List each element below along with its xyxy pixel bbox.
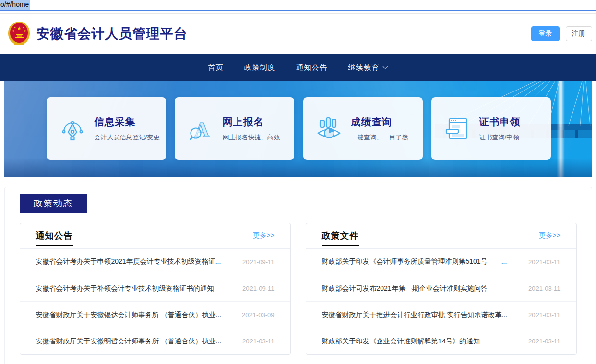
nav-item-label: 政策制度 (244, 54, 276, 81)
news-date: 2021-03-11 (528, 338, 561, 345)
register-button[interactable]: 注册 (566, 26, 592, 41)
list-item[interactable]: 安徽省会计考办关于补领会计专业技术初级资格证书的通知 2021-09-11 (20, 275, 290, 301)
nav-item-label: 通知公告 (296, 54, 328, 81)
page-title: 安徽省会计人员管理平台 (37, 25, 188, 43)
news-date: 2021-03-11 (528, 311, 561, 318)
news-date: 2021-09-11 (242, 258, 275, 266)
list-item[interactable]: 财政部关于印发《会计师事务所质量管理准则第5101号——... 2021-03-… (306, 249, 576, 275)
tab-policy-news[interactable]: 政策动态 (20, 194, 87, 213)
quick-card-certificate-claim[interactable]: 证书申领 证书查询/申领 (431, 97, 551, 160)
card-subtitle: 网上报名快捷、高效 (223, 133, 280, 142)
policy-section: 政策动态 通知公告 更多>> 安徽省会计考办关于申领2021年度会计专业技术初级… (4, 187, 592, 364)
notices-more-link[interactable]: 更多>> (253, 231, 274, 240)
svg-text:★: ★ (13, 26, 16, 29)
panel-title: 政策文件 (322, 230, 359, 246)
news-date: 2021-03-09 (242, 311, 275, 318)
news-title[interactable]: 安徽省会计考办关于补领会计专业技术初级资格证书的通知 (36, 284, 214, 293)
news-title[interactable]: 安徽省会计考办关于申领2021年度会计专业技术初级资格证... (36, 257, 221, 266)
site-header: ★ ★ ★ ★ ★ 安徽省会计人员管理平台 登录 注册 (0, 13, 596, 54)
nav-item-policy[interactable]: 政策制度 (234, 54, 286, 81)
login-button[interactable]: 登录 (531, 26, 560, 41)
url-selected-text[interactable]: o/#/home (0, 0, 30, 10)
main-nav: 首页 政策制度 通知公告 继续教育 (0, 54, 596, 81)
svg-text:★: ★ (17, 25, 22, 31)
list-item[interactable]: 安徽省财政厅关于推进会计行业行政审批 实行告知承诺改革... 2021-03-1… (306, 301, 576, 328)
svg-text:★: ★ (12, 29, 14, 32)
svg-text:★: ★ (22, 26, 24, 29)
nav-item-continuing-education[interactable]: 继续教育 (338, 54, 399, 81)
card-title: 信息采集 (95, 115, 160, 129)
card-subtitle: 一键查询、一目了然 (351, 133, 408, 142)
quick-card-online-registration[interactable]: A 网上报名 网上报名快捷、高效 (175, 97, 294, 160)
list-item[interactable]: 财政部关于印发《企业会计准则解释第14号》的通知 2021-03-11 (306, 328, 576, 354)
quick-card-info-collection[interactable]: 信息采集 会计人员信息登记/变更 (47, 97, 166, 160)
nav-item-label: 继续教育 (348, 54, 380, 81)
news-title[interactable]: 财政部关于印发《会计师事务所质量管理准则第5101号——... (322, 257, 507, 266)
news-title[interactable]: 安徽省财政厅关于推进会计行业行政审批 实行告知承诺改革... (322, 311, 508, 319)
policy-files-panel: 政策文件 更多>> 财政部关于印发《会计师事务所质量管理准则第5101号——..… (306, 223, 577, 355)
list-item[interactable]: 安徽省财政厅关于安徽明哲会计师事务所 （普通合伙）执业... 2021-03-1… (20, 328, 290, 354)
browser-address-strip: o/#/home (0, 0, 596, 10)
pen-tool-icon (59, 115, 86, 142)
list-item[interactable]: 安徽省财政厅关于安徽银达会计师事务所 （普通合伙）执业... 2021-03-0… (20, 301, 290, 328)
news-date: 2021-03-11 (528, 285, 561, 292)
panel-title: 通知公告 (36, 230, 73, 246)
news-title[interactable]: 安徽省财政厅关于安徽银达会计师事务所 （普通合伙）执业... (36, 311, 222, 319)
card-title: 网上报名 (223, 115, 280, 129)
eye-chart-icon (316, 115, 342, 142)
news-date: 2021-09-11 (242, 285, 275, 292)
news-title[interactable]: 财政部会计司发布2021年第一期企业会计准则实施问答 (322, 284, 488, 293)
card-subtitle: 会计人员信息登记/变更 (95, 133, 160, 142)
news-date: 2021-03-11 (242, 338, 275, 345)
svg-text:★: ★ (24, 29, 26, 32)
card-title: 证书申领 (479, 115, 521, 129)
list-item[interactable]: 安徽省会计考办关于申领2021年度会计专业技术初级资格证... 2021-09-… (20, 249, 290, 275)
hero-banner: 信息采集 会计人员信息登记/变更 A 网上报名 网上报名快捷、高效 (4, 81, 592, 177)
nav-item-label: 首页 (208, 54, 224, 81)
news-date: 2021-03-11 (528, 258, 561, 266)
nav-item-home[interactable]: 首页 (198, 54, 234, 81)
certificate-window-icon (444, 115, 471, 142)
card-subtitle: 证书查询/申领 (479, 133, 521, 142)
letter-a-magnifier-icon: A (188, 115, 214, 142)
nav-item-notices[interactable]: 通知公告 (286, 54, 338, 81)
policy-files-more-link[interactable]: 更多>> (539, 231, 560, 240)
card-title: 成绩查询 (351, 115, 408, 129)
chevron-down-icon (382, 66, 388, 69)
news-title[interactable]: 财政部关于印发《企业会计准则解释第14号》的通知 (322, 337, 480, 346)
list-item[interactable]: 财政部会计司发布2021年第一期企业会计准则实施问答 2021-03-11 (306, 275, 576, 301)
national-emblem-logo: ★ ★ ★ ★ ★ (7, 21, 31, 46)
news-title[interactable]: 安徽省财政厅关于安徽明哲会计师事务所 （普通合伙）执业... (36, 337, 222, 346)
quick-card-score-query[interactable]: 成绩查询 一键查询、一目了然 (303, 97, 423, 160)
notices-panel: 通知公告 更多>> 安徽省会计考办关于申领2021年度会计专业技术初级资格证..… (20, 223, 291, 355)
